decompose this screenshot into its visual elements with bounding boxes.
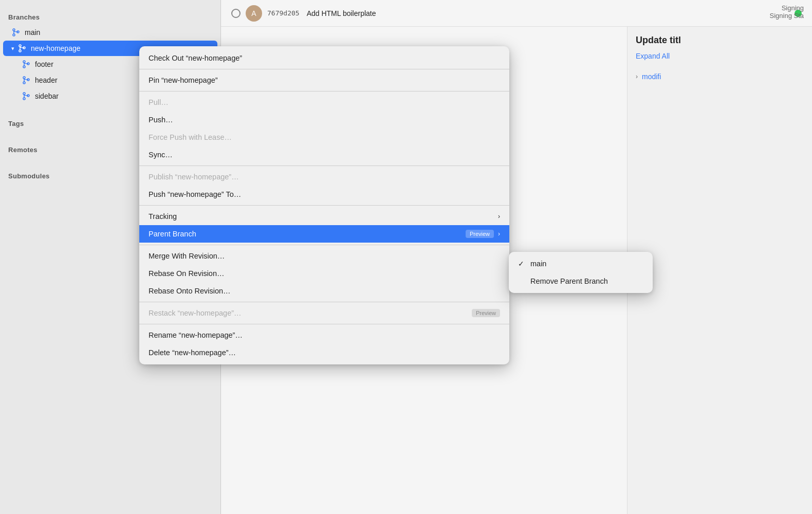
branches-section-header: Branches [0,8,220,24]
svg-point-5 [19,50,21,52]
menu-separator-6 [139,302,509,302]
menu-item-push-to[interactable]: Push “new-homepage” To… [139,186,509,203]
menu-item-rebase-onto-label: Rebase Onto Revision… [149,287,231,295]
menu-item-force-push: Force Push with Lease… [139,128,509,146]
menu-item-parent-branch-arrow: › [498,230,500,237]
menu-item-rebase-on-label: Rebase On Revision… [149,269,225,278]
svg-point-9 [23,66,25,68]
menu-item-sync-label: Sync… [149,151,173,159]
menu-item-publish-label: Publish “new-homepage”… [149,173,239,181]
svg-point-16 [23,93,25,95]
menu-item-publish: Publish “new-homepage”… [139,168,509,186]
detail-panel: Update titl Expand All › modifi [627,27,812,514]
detail-title: Update titl [636,35,804,46]
signing-line2: Signing Sta [635,12,804,20]
svg-point-17 [23,98,25,100]
menu-item-delete[interactable]: Delete “new-homepage”… [139,344,509,361]
submenu-item-main[interactable]: ✓ main [509,255,653,272]
branch-label-main: main [25,28,209,36]
menu-item-tracking[interactable]: Tracking › [139,208,509,225]
menu-item-sync[interactable]: Sync… [139,146,509,163]
menu-item-restack: Restack “new-homepage”… Preview [139,304,509,322]
menu-item-force-push-label: Force Push with Lease… [149,133,232,141]
menu-item-rename-label: Rename “new-homepage”… [149,331,243,339]
menu-item-delete-label: Delete “new-homepage”… [149,348,236,357]
submenu-item-remove-parent[interactable]: ✓ Remove Parent Branch [509,272,653,290]
svg-point-4 [19,45,21,47]
menu-item-restack-label: Restack “new-homepage”… [149,309,242,317]
branch-item-main[interactable]: main [3,25,217,40]
menu-item-pin-label: Pin “new-homepage” [149,76,218,84]
menu-item-push-label: Push… [149,116,173,124]
menu-separator-1 [139,69,509,69]
detail-row-chevron: › [636,73,638,80]
menu-item-pin[interactable]: Pin “new-homepage” [139,71,509,89]
submenu: ✓ main ✓ Remove Parent Branch [509,252,653,293]
menu-item-restack-preview: Preview [472,309,500,317]
menu-item-tracking-label: Tracking [149,212,177,221]
menu-separator-7 [139,324,509,324]
branch-chevron-new-homepage: ▾ [11,45,14,52]
menu-item-parent-branch-label: Parent Branch [149,230,196,238]
menu-item-tracking-arrow: › [498,213,500,220]
commit-dot [231,9,241,18]
menu-item-rebase-onto[interactable]: Rebase Onto Revision… [139,282,509,300]
signing-line1: Signing [635,4,804,12]
menu-item-parent-branch[interactable]: Parent Branch Preview › [139,225,509,243]
menu-item-push-to-label: Push “new-homepage” To… [149,190,241,198]
menu-separator-2 [139,91,509,91]
menu-item-parent-branch-right: Preview › [466,230,500,238]
menu-item-rename[interactable]: Rename “new-homepage”… [139,326,509,344]
menu-item-checkout[interactable]: Check Out “new-homepage” [139,49,509,67]
menu-item-rebase-on[interactable]: Rebase On Revision… [139,265,509,282]
menu-item-merge[interactable]: Merge With Revision… [139,247,509,265]
submenu-item-main-label: main [530,260,546,268]
detail-modified-row[interactable]: › modifi [636,68,804,85]
svg-point-12 [23,77,25,79]
menu-item-push[interactable]: Push… [139,111,509,128]
menu-separator-4 [139,205,509,206]
menu-item-merge-label: Merge With Revision… [149,252,225,260]
detail-modified-value: modifi [642,72,661,81]
svg-point-0 [13,29,15,31]
svg-point-8 [23,61,25,63]
menu-separator-3 [139,166,509,166]
menu-item-parent-branch-preview: Preview [466,230,494,238]
submenu-item-remove-label: Remove Parent Branch [530,277,608,285]
menu-separator-5 [139,245,509,245]
menu-item-pull-label: Pull… [149,98,169,106]
svg-point-13 [23,82,25,84]
commit-hash: 7679d205 [267,9,300,17]
menu-item-pull: Pull… [139,94,509,111]
menu-item-checkout-label: Check Out “new-homepage” [149,54,242,62]
signing-info: Signing Signing Sta [627,0,812,24]
svg-point-1 [13,34,15,36]
expand-all-button[interactable]: Expand All [636,52,804,60]
commit-avatar: A [246,5,262,22]
context-menu: Check Out “new-homepage” Pin “new-homepa… [139,46,509,364]
submenu-check-icon: ✓ [518,260,526,268]
